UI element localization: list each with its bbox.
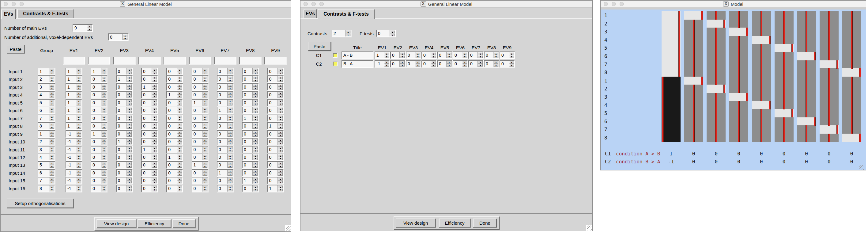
spinbox-arrows[interactable]: ▲▼ (177, 115, 182, 121)
ev-value-spinbox[interactable]: 0▲▼ (116, 107, 133, 114)
ev-title-entry[interactable] (63, 57, 85, 64)
spinbox-arrows[interactable]: ▲▼ (177, 162, 182, 168)
spin-up-icon[interactable]: ▲ (400, 52, 405, 55)
ev-value-spinbox[interactable]: 0▲▼ (192, 107, 208, 114)
spinbox-arrows[interactable]: ▲▼ (462, 61, 467, 67)
spin-up-icon[interactable]: ▲ (102, 108, 106, 110)
spinbox-arrows[interactable]: ▲▼ (76, 185, 82, 191)
spin-down-icon[interactable]: ▼ (76, 150, 81, 152)
spin-up-icon[interactable]: ▲ (278, 139, 283, 142)
ev-value-spinbox[interactable]: 0▲▼ (116, 122, 133, 130)
spin-down-icon[interactable]: ▼ (228, 188, 232, 191)
spin-up-icon[interactable]: ▲ (509, 52, 514, 55)
spin-up-icon[interactable]: ▲ (253, 162, 257, 165)
spin-down-icon[interactable]: ▼ (203, 111, 207, 113)
spin-down-icon[interactable]: ▼ (50, 118, 54, 121)
spinbox-arrows[interactable]: ▲▼ (49, 154, 55, 160)
spin-up-icon[interactable]: ▲ (203, 108, 207, 110)
spinbox-arrows[interactable]: ▲▼ (49, 162, 55, 168)
ev-value-spinbox[interactable]: 0▲▼ (192, 177, 208, 184)
view-design-button[interactable]: View design (96, 219, 136, 228)
spin-down-icon[interactable]: ▼ (253, 188, 257, 191)
spin-up-icon[interactable]: ▲ (203, 123, 207, 126)
ev-value-spinbox[interactable]: 0▲▼ (267, 161, 284, 169)
spinbox-arrows[interactable]: ▲▼ (126, 162, 132, 168)
spin-up-icon[interactable]: ▲ (127, 84, 132, 87)
spin-up-icon[interactable]: ▲ (50, 139, 54, 142)
ev-title-entry[interactable] (163, 57, 186, 64)
spin-up-icon[interactable]: ▲ (253, 116, 257, 118)
ev-value-spinbox[interactable]: 0▲▼ (267, 107, 284, 114)
contrast-ev-spinbox[interactable]: 0▲▼ (500, 52, 515, 59)
spin-up-icon[interactable]: ▲ (102, 162, 106, 165)
ev-value-spinbox[interactable]: 0▲▼ (91, 122, 107, 130)
spin-down-icon[interactable]: ▼ (102, 142, 106, 145)
spin-down-icon[interactable]: ▼ (478, 64, 483, 67)
contrast-ev-spinbox[interactable]: -1▲▼ (375, 60, 390, 67)
close-icon[interactable] (604, 2, 608, 6)
spinbox-arrows[interactable]: ▲▼ (278, 115, 283, 121)
spinbox-arrows[interactable]: ▲▼ (415, 52, 421, 58)
spinbox-arrows[interactable]: ▲▼ (101, 170, 106, 176)
ev-value-spinbox[interactable]: 0▲▼ (267, 91, 284, 98)
spinbox-arrows[interactable]: ▲▼ (101, 115, 106, 121)
done-button[interactable]: Done (473, 218, 497, 228)
spin-down-icon[interactable]: ▼ (253, 126, 257, 129)
spin-down-icon[interactable]: ▼ (278, 79, 283, 82)
spin-down-icon[interactable]: ▼ (50, 95, 54, 98)
spinbox-arrows[interactable]: ▲▼ (477, 61, 483, 67)
spinbox-arrows[interactable]: ▲▼ (227, 154, 233, 160)
ev-value-spinbox[interactable]: 1▲▼ (242, 115, 258, 122)
spin-down-icon[interactable]: ▼ (102, 103, 106, 106)
spinbox-arrows[interactable]: ▲▼ (126, 84, 132, 90)
spin-up-icon[interactable]: ▲ (177, 69, 182, 71)
spin-up-icon[interactable]: ▲ (76, 154, 81, 157)
ev-value-spinbox[interactable]: 0▲▼ (116, 130, 133, 138)
spinbox-arrows[interactable]: ▲▼ (278, 107, 283, 113)
group-spinbox[interactable]: 5▲▼ (38, 161, 55, 169)
spinbox-arrows[interactable]: ▲▼ (177, 185, 182, 191)
ftests-spinbox[interactable]: 0 ▲ ▼ (376, 30, 396, 37)
ev-value-spinbox[interactable]: 0▲▼ (217, 161, 234, 169)
spinbox-arrows[interactable]: ▲▼ (227, 123, 233, 129)
spinbox-arrows[interactable]: ▲▼ (202, 162, 208, 168)
spinbox-arrows[interactable]: ▲▼ (462, 52, 467, 58)
spinbox-arrows[interactable]: ▲▼ (493, 52, 499, 58)
spin-up-icon[interactable]: ▲ (478, 61, 483, 64)
spin-up-icon[interactable]: ▲ (415, 52, 420, 55)
spinbox-arrows[interactable]: ▲▼ (101, 68, 106, 75)
ev-value-spinbox[interactable]: 1▲▼ (66, 91, 82, 98)
spin-down-icon[interactable]: ▼ (228, 95, 232, 98)
spin-up-icon[interactable]: ▲ (152, 170, 157, 173)
spin-down-icon[interactable]: ▼ (278, 95, 283, 98)
ev-value-spinbox[interactable]: 0▲▼ (267, 130, 284, 138)
spin-down-icon[interactable]: ▼ (228, 181, 232, 184)
ev-value-spinbox[interactable]: 0▲▼ (116, 115, 133, 122)
spinbox-arrows[interactable]: ▲▼ (227, 147, 233, 153)
spin-up-icon[interactable]: ▲ (50, 108, 54, 110)
spin-down-icon[interactable]: ▼ (177, 111, 182, 113)
group-spinbox[interactable]: 2▲▼ (38, 138, 55, 145)
spinbox-arrows[interactable]: ▲▼ (252, 115, 258, 121)
ev-value-spinbox[interactable]: 1▲▼ (91, 68, 107, 75)
ev-value-spinbox[interactable]: -1▲▼ (66, 185, 82, 192)
contrast-enable-checkbox[interactable] (333, 62, 338, 66)
spin-down-icon[interactable]: ▼ (76, 165, 81, 168)
spinbox-arrows[interactable]: ▲▼ (477, 52, 483, 58)
ev-value-spinbox[interactable]: 0▲▼ (91, 177, 107, 184)
ev-value-spinbox[interactable]: 1▲▼ (66, 83, 82, 91)
ev-value-spinbox[interactable]: 0▲▼ (242, 169, 258, 177)
spin-up-icon[interactable]: ▲ (127, 186, 132, 188)
ev-value-spinbox[interactable]: 0▲▼ (267, 68, 284, 75)
spin-down-icon[interactable]: ▼ (203, 103, 207, 106)
spin-up-icon[interactable]: ▲ (50, 69, 54, 71)
spin-down-icon[interactable]: ▼ (415, 64, 420, 67)
spin-down-icon[interactable]: ▼ (102, 79, 106, 82)
spinbox-arrows[interactable]: ▲▼ (252, 177, 258, 184)
ev-value-spinbox[interactable]: 0▲▼ (116, 153, 133, 161)
spinbox-arrows[interactable]: ▲▼ (278, 147, 283, 153)
ev-value-spinbox[interactable]: 1▲▼ (66, 115, 82, 122)
spinbox-arrows[interactable]: ▲▼ (152, 68, 157, 75)
spinbox-arrows[interactable]: ▲▼ (177, 84, 182, 90)
spinbox-arrows[interactable]: ▲▼ (152, 139, 157, 145)
